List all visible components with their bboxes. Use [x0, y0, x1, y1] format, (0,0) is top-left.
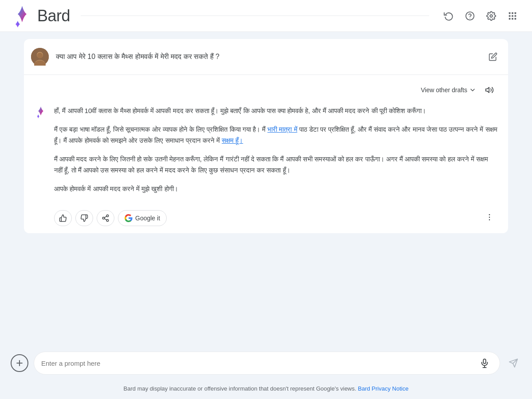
chevron-down-icon: [469, 86, 476, 94]
thumbs-up-button[interactable]: [54, 210, 72, 226]
user-question-row: क्या आप मेरे 10 क्लास के मैथ्स होमवर्क म…: [24, 39, 508, 75]
response-paragraph-1: हाँ, मैं आपकी 10वीं क्लास के मैथ्स होमवर…: [54, 105, 497, 117]
response-area: View other drafts: [24, 75, 508, 233]
svg-marker-17: [486, 87, 489, 93]
google-it-button[interactable]: Google it: [118, 210, 167, 226]
google-it-label: Google it: [135, 215, 160, 222]
user-question-text: क्या आप मेरे 10 क्लास के मैथ्स होमवर्क म…: [56, 51, 219, 62]
bard-small-star-icon: [35, 106, 47, 118]
svg-point-23: [489, 214, 490, 215]
more-options-button[interactable]: [481, 210, 497, 226]
speaker-icon: [485, 86, 494, 94]
send-button[interactable]: [505, 355, 521, 371]
action-buttons: Google it: [54, 205, 497, 226]
apps-button[interactable]: [504, 7, 521, 25]
edit-icon: [489, 52, 497, 61]
plus-icon: [15, 359, 24, 368]
svg-line-21: [104, 219, 106, 220]
footer-disclaimer: Bard may display inaccurate or offensive…: [124, 385, 356, 392]
svg-rect-4: [512, 12, 513, 14]
settings-button[interactable]: [482, 7, 500, 25]
svg-rect-9: [509, 18, 511, 20]
header-divider: [81, 16, 429, 16]
edit-question-button[interactable]: [485, 49, 501, 65]
svg-rect-8: [515, 15, 516, 17]
header: Bard: [0, 0, 532, 32]
view-drafts-label: View other drafts: [421, 86, 467, 94]
bard-response-content: हाँ, मैं आपकी 10वीं क्लास के मैथ्स होमवर…: [54, 105, 497, 226]
bard-logo-icon: [11, 4, 34, 27]
response-paragraph-3: मैं आपकी मदद करने के लिए जितनी हो सके उत…: [54, 153, 497, 176]
send-icon: [509, 358, 518, 368]
prompt-input[interactable]: [41, 360, 477, 367]
user-avatar-svg: [31, 48, 49, 66]
response-paragraph-4: आपके होमवर्क में आपकी मदद करने में मुझे …: [54, 183, 497, 195]
svg-rect-28: [483, 359, 486, 364]
main-content: क्या आप मेरे 10 क्लास के मैथ्स होमवर्क म…: [13, 32, 519, 344]
header-icons: [440, 7, 521, 25]
svg-line-22: [104, 216, 106, 218]
add-attachment-button[interactable]: [11, 354, 28, 372]
help-button[interactable]: [461, 7, 479, 25]
history-icon: [444, 11, 454, 21]
thumbs-down-icon: [80, 214, 88, 222]
avatar: [31, 48, 49, 66]
history-button[interactable]: [440, 7, 458, 25]
svg-point-2: [490, 15, 493, 17]
svg-point-25: [489, 219, 490, 220]
svg-rect-6: [509, 15, 511, 17]
microphone-button[interactable]: [477, 355, 493, 371]
svg-rect-3: [509, 12, 511, 14]
thumbs-down-button[interactable]: [75, 210, 93, 226]
svg-rect-10: [512, 18, 513, 20]
thumbs-up-icon: [59, 214, 67, 222]
svg-rect-11: [515, 18, 516, 20]
view-other-drafts-button[interactable]: View other drafts: [421, 86, 476, 94]
more-vert-icon: [485, 213, 494, 222]
apps-grid-icon: [508, 11, 517, 21]
text-to-speech-button[interactable]: [481, 82, 497, 98]
bard-response-icon: [35, 106, 47, 226]
google-logo-icon: [125, 214, 133, 222]
user-question-left: क्या आप मेरे 10 क्लास के मैथ्स होमवर्क म…: [31, 48, 219, 66]
input-area: [0, 344, 532, 382]
logo-area: Bard: [11, 4, 70, 27]
highlight-text-1: भारी मात्रा में: [267, 125, 297, 133]
action-buttons-left: Google it: [54, 210, 167, 226]
bard-privacy-notice-link[interactable]: Bard Privacy Notice: [358, 385, 408, 392]
svg-rect-5: [515, 12, 516, 14]
svg-point-24: [489, 216, 490, 218]
response-paragraph-2: मैं एक बड़ा भाषा मॉडल हूँ, जिसे सूचनात्म…: [54, 124, 497, 146]
microphone-icon: [480, 358, 489, 368]
settings-icon: [486, 11, 496, 21]
response-header: View other drafts: [35, 82, 497, 98]
share-icon: [102, 214, 110, 222]
bard-response-text: हाँ, मैं आपकी 10वीं क्लास के मैथ्स होमवर…: [54, 105, 497, 194]
bard-response-row: हाँ, मैं आपकी 10वीं क्लास के मैथ्स होमवर…: [35, 105, 497, 226]
footer: Bard may display inaccurate or offensive…: [0, 382, 532, 399]
svg-point-15: [37, 53, 43, 59]
prompt-input-container: [34, 352, 500, 375]
help-icon: [465, 11, 475, 21]
svg-rect-7: [512, 15, 513, 17]
share-button[interactable]: [97, 210, 114, 226]
highlight-text-2: सक्षम हूँ।: [222, 137, 243, 144]
app-title: Bard: [37, 7, 70, 25]
